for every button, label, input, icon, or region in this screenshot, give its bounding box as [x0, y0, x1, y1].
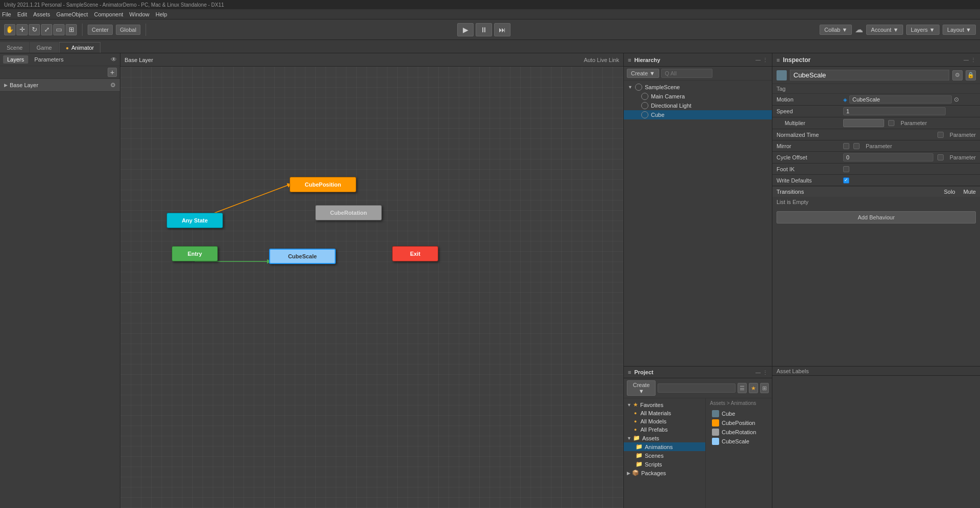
all-materials-item[interactable]: ● All Materials [624, 409, 705, 417]
speed-input[interactable] [843, 107, 946, 115]
rotate-tool[interactable]: ↻ [29, 24, 40, 35]
project-star-icon[interactable]: ★ [749, 383, 758, 393]
hierarchy-pin-icon[interactable]: — [756, 57, 761, 63]
project-assets-area: Assets > Animations Cube CubePosition [706, 398, 772, 508]
mirror-param-checkbox[interactable] [853, 143, 860, 149]
cycle-offset-label: Cycle Offset [777, 154, 843, 160]
menu-gameobject[interactable]: GameObject [56, 11, 88, 17]
play-controls: ▶ ⏸ ⏭ [151, 23, 816, 36]
hierarchy-cube[interactable]: Cube [624, 110, 772, 119]
asset-cube[interactable]: Cube [710, 409, 768, 418]
motion-value-input[interactable] [849, 95, 952, 104]
inspector-settings-icon[interactable]: ⚙ [952, 70, 963, 80]
hierarchy-search-input[interactable] [661, 69, 712, 78]
hierarchy-create-button[interactable]: Create ▼ [627, 69, 659, 78]
project-search-input[interactable] [658, 383, 736, 393]
step-button[interactable]: ⏭ [494, 23, 511, 36]
transform-tool[interactable]: ⊞ [66, 24, 77, 35]
connections-svg [120, 67, 623, 508]
packages-folder[interactable]: ▶ 📦 Packages [624, 469, 705, 477]
all-materials-label: All Materials [638, 410, 671, 416]
rect-tool[interactable]: ▭ [53, 24, 65, 35]
center-button[interactable]: Center [88, 25, 113, 35]
add-behaviour-button[interactable]: Add Behaviour [777, 211, 976, 223]
auto-live-link[interactable]: Auto Live Link [584, 57, 619, 63]
tab-scene[interactable]: Scene [0, 42, 29, 53]
all-models-item[interactable]: ● All Models [624, 417, 705, 425]
title-text: Unity 2021.1.21 Personal - SampleScene -… [4, 2, 224, 8]
layers-button[interactable]: Layers ▼ [906, 25, 940, 35]
project-dots-icon[interactable]: ⋮ [763, 370, 768, 375]
global-button[interactable]: Global [116, 25, 140, 35]
multiplier-param-group: Parameter [888, 120, 927, 126]
scripts-folder[interactable]: 📁 Scripts [624, 460, 705, 469]
move-tool[interactable]: ✛ [16, 24, 28, 35]
menu-help[interactable]: Help [155, 11, 167, 17]
inspector-pin-icon[interactable]: — [964, 57, 969, 63]
hierarchy-main-camera[interactable]: Main Camera [624, 92, 772, 101]
play-button[interactable]: ▶ [457, 23, 474, 36]
animations-folder[interactable]: 📁 Animations [624, 442, 705, 451]
layers-tab[interactable]: Layers [3, 55, 28, 64]
hierarchy-header: ≡ Hierarchy — ⋮ [624, 53, 772, 67]
layout-button[interactable]: Layout ▼ [943, 25, 976, 35]
multiplier-checkbox[interactable] [888, 120, 894, 126]
main-layout: Layers Parameters 👁 + ▶ Base Layer ⚙ Bas… [0, 53, 980, 508]
cloud-icon[interactable]: ☁ [855, 25, 863, 34]
canvas-area[interactable]: Any State CubePosition CubeRotation Entr… [120, 67, 623, 508]
all-prefabs-label: All Prefabs [638, 426, 667, 433]
scenes-folder[interactable]: 📁 Scenes [624, 451, 705, 460]
motion-pick-icon[interactable]: ⊙ [954, 96, 959, 103]
assets-folder[interactable]: ▼ 📁 Assets [624, 434, 705, 442]
normalized-time-checkbox[interactable] [937, 132, 944, 138]
hierarchy-dots-icon[interactable]: ⋮ [763, 57, 768, 63]
cube-icon [641, 111, 648, 118]
multiplier-input[interactable] [843, 119, 884, 127]
inspector-object-icon [777, 70, 787, 80]
hierarchy-sample-scene[interactable]: ▼ SampleScene [624, 83, 772, 92]
menu-assets[interactable]: Assets [33, 11, 50, 17]
node-cube-scale[interactable]: CubeScale [269, 249, 336, 264]
menu-edit[interactable]: Edit [17, 11, 27, 17]
menu-window[interactable]: Window [129, 11, 149, 17]
eye-icon[interactable]: 👁 [111, 56, 117, 63]
asset-cube-scale[interactable]: CubeScale [710, 437, 768, 446]
hand-tool[interactable]: ✋ [4, 24, 15, 35]
node-cube-rotation[interactable]: CubeRotation [315, 205, 382, 220]
parameters-tab[interactable]: Parameters [30, 55, 68, 64]
node-exit[interactable]: Exit [392, 246, 438, 261]
menu-component[interactable]: Component [94, 11, 123, 17]
account-button[interactable]: Account ▼ [866, 25, 903, 35]
base-layer-item[interactable]: ▶ Base Layer ⚙ [0, 79, 120, 92]
project-pin-icon[interactable]: — [756, 370, 761, 375]
cycle-param-checkbox[interactable] [937, 154, 944, 160]
project-create-button[interactable]: Create ▼ [627, 380, 656, 396]
collab-button[interactable]: Collab ▼ [820, 25, 852, 35]
hierarchy-directional-light[interactable]: Directional Light [624, 101, 772, 110]
project-filter-icon[interactable]: ☰ [738, 383, 747, 393]
foot-ik-checkbox[interactable] [843, 166, 849, 172]
inspector-dots-icon[interactable]: ⋮ [971, 57, 976, 63]
pause-button[interactable]: ⏸ [476, 23, 492, 36]
node-any-state[interactable]: Any State [167, 213, 223, 228]
favorites-folder[interactable]: ▼ ★ Favorites [624, 400, 705, 409]
tab-game[interactable]: Game [30, 42, 58, 53]
animator-canvas: Base Layer Auto Live Link [120, 53, 624, 508]
node-cube-position[interactable]: CubePosition [290, 177, 356, 192]
asset-cube-position[interactable]: CubePosition [710, 418, 768, 428]
add-layer-button[interactable]: + [108, 68, 117, 77]
transitions-empty: List is Empty [772, 197, 980, 207]
all-prefabs-item[interactable]: ● All Prefabs [624, 425, 705, 434]
asset-cube-rotation[interactable]: CubeRotation [710, 428, 768, 437]
write-defaults-checkbox[interactable] [843, 177, 849, 184]
project-layout-icon[interactable]: ⊞ [760, 383, 769, 393]
cycle-offset-input[interactable] [843, 153, 933, 161]
node-entry[interactable]: Entry [172, 246, 218, 261]
layer-gear-icon[interactable]: ⚙ [110, 82, 116, 89]
tab-animator[interactable]: ● Animator [59, 42, 100, 53]
inspector-lock-icon[interactable]: 🔒 [966, 70, 976, 80]
scale-tool[interactable]: ⤢ [41, 24, 52, 35]
menu-file[interactable]: File [2, 11, 11, 17]
mirror-checkbox[interactable] [843, 143, 849, 149]
inspector-name-input[interactable] [790, 70, 949, 80]
